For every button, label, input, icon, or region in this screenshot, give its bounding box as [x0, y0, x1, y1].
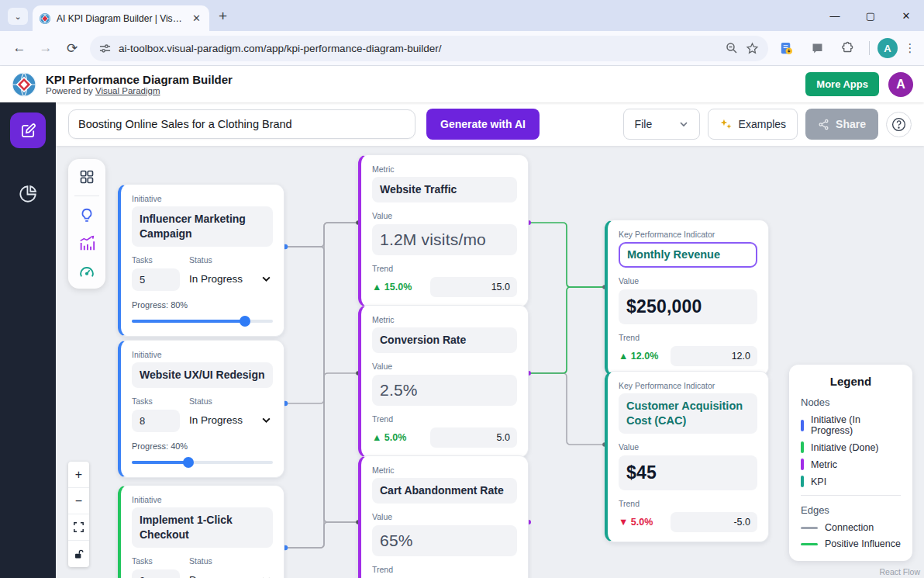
- sidebar-edit-tool-button[interactable]: [10, 112, 46, 148]
- progress-label: Progress: 40%: [132, 441, 273, 451]
- url-text[interactable]: ai-toolbox.visual-paradigm.com/app/kpi-p…: [119, 43, 718, 54]
- slider-thumb[interactable]: [240, 316, 250, 327]
- reload-icon[interactable]: ⟳: [60, 36, 84, 60]
- node-title-input[interactable]: Implement 1-Click Checkout: [132, 507, 273, 548]
- value-input[interactable]: 2.5%: [372, 375, 517, 406]
- initiative-node-influencer-marketing[interactable]: Initiative Influencer Marketing Campaign…: [118, 184, 284, 337]
- kpi-node-monthly-revenue[interactable]: Key Performance Indicator Monthly Revenu…: [605, 220, 769, 376]
- metric-node-cart-abandonment[interactable]: Metric Cart Abandonment Rate Value 65% T…: [358, 455, 529, 578]
- initiative-bulb-icon[interactable]: [78, 207, 95, 224]
- feedback-icon[interactable]: [805, 36, 829, 60]
- tasks-label: Tasks: [132, 255, 180, 265]
- slider-thumb[interactable]: [183, 457, 194, 468]
- legend-nodes-heading: Nodes: [801, 396, 901, 408]
- trend-badge: ▼ 5.0%: [619, 517, 653, 528]
- trend-label: Trend: [619, 333, 757, 342]
- initiative-node-one-click-checkout[interactable]: Initiative Implement 1-Click Checkout Ta…: [118, 485, 284, 578]
- lock-toggle-button[interactable]: [68, 541, 89, 567]
- tab-search-chevron-icon[interactable]: ⌄: [8, 8, 28, 25]
- edit-pencil-icon: [19, 122, 37, 140]
- browser-window: ⌄ AI KPI Diagram Builder | Visualiz ✕ + …: [0, 0, 924, 578]
- legend-title: Legend: [801, 375, 901, 388]
- back-icon[interactable]: ←: [8, 36, 31, 60]
- node-type-label: Initiative: [132, 350, 273, 359]
- metric-node-conversion-rate[interactable]: Metric Conversion Rate Value 2.5% Trend …: [358, 305, 529, 458]
- zoom-out-icon[interactable]: [726, 42, 738, 54]
- trend-badge: ▲ 15.0%: [372, 282, 412, 292]
- value-input[interactable]: $250,000: [619, 289, 757, 324]
- status-select[interactable]: Done: [189, 569, 273, 578]
- react-flow-attribution[interactable]: React Flow: [879, 567, 920, 576]
- site-settings-icon[interactable]: [99, 43, 111, 54]
- legend-panel: Legend Nodes Initiative (In Progress) In…: [789, 365, 912, 561]
- trend-value-input[interactable]: -5.0: [671, 512, 757, 532]
- new-tab-button[interactable]: +: [219, 8, 227, 25]
- tasks-input[interactable]: 8: [132, 410, 180, 432]
- address-bar[interactable]: ai-toolbox.visual-paradigm.com/app/kpi-p…: [90, 36, 768, 61]
- generate-with-ai-button[interactable]: Generate with AI: [426, 109, 540, 140]
- fit-view-button[interactable]: [68, 514, 89, 541]
- zoom-in-button[interactable]: +: [68, 462, 89, 488]
- status-select[interactable]: In Progress: [189, 268, 273, 285]
- progress-slider[interactable]: [132, 316, 273, 327]
- trend-value-input[interactable]: 15.0: [430, 277, 517, 297]
- status-label: Status: [189, 396, 273, 406]
- extensions-icon[interactable]: [836, 36, 860, 60]
- unlock-icon: [74, 549, 84, 559]
- tasks-label: Tasks: [132, 556, 180, 566]
- node-title-input[interactable]: Influencer Marketing Campaign: [132, 206, 273, 247]
- share-button[interactable]: Share: [805, 109, 878, 140]
- value-label: Value: [372, 211, 517, 220]
- trend-value-input[interactable]: 12.0: [671, 346, 757, 366]
- user-avatar[interactable]: A: [888, 72, 913, 97]
- node-title-input[interactable]: Cart Abandonment Rate: [372, 478, 517, 504]
- value-label: Value: [619, 276, 757, 286]
- browser-menu-icon[interactable]: ⋮: [902, 41, 918, 55]
- node-title-input[interactable]: Conversion Rate: [372, 327, 517, 353]
- visual-paradigm-link[interactable]: Visual Paradigm: [95, 86, 160, 95]
- layout-grid-icon[interactable]: [79, 169, 95, 185]
- window-close-icon[interactable]: ✕: [888, 10, 924, 22]
- progress-slider[interactable]: [132, 457, 273, 468]
- prompt-input[interactable]: [68, 109, 415, 139]
- node-title-input-focused[interactable]: Monthly Revenue: [619, 242, 757, 268]
- more-apps-button[interactable]: More Apps: [805, 72, 879, 96]
- help-button[interactable]: [886, 112, 912, 137]
- value-input[interactable]: $45: [619, 455, 757, 490]
- window-maximize-icon[interactable]: ▢: [853, 10, 888, 22]
- initiative-node-ux-redesign[interactable]: Initiative Website UX/UI Redesign Tasks …: [118, 340, 284, 478]
- reading-list-icon[interactable]: [774, 36, 798, 60]
- file-menu-button[interactable]: File: [623, 109, 700, 140]
- kpi-node-cac[interactable]: Key Performance Indicator Customer Acqui…: [605, 371, 769, 542]
- node-title-input[interactable]: Website Traffic: [372, 177, 517, 202]
- status-label: Status: [189, 255, 273, 265]
- browser-tab[interactable]: AI KPI Diagram Builder | Visualiz ✕: [33, 5, 209, 31]
- kpi-gauge-icon[interactable]: [78, 263, 95, 280]
- trend-label: Trend: [372, 414, 517, 424]
- tasks-input[interactable]: 3: [132, 569, 180, 578]
- tab-close-icon[interactable]: ✕: [190, 12, 203, 24]
- metric-chart-icon[interactable]: [78, 235, 95, 252]
- trend-value-input[interactable]: 5.0: [430, 427, 517, 448]
- forward-icon: →: [34, 36, 57, 60]
- window-minimize-icon[interactable]: —: [817, 10, 853, 22]
- browser-profile-avatar[interactable]: A: [877, 38, 898, 58]
- node-title-input[interactable]: Website UX/UI Redesign: [132, 362, 273, 388]
- bookmark-star-icon[interactable]: [746, 42, 759, 55]
- sidebar-chart-tool-button[interactable]: [18, 184, 38, 204]
- examples-button[interactable]: Examples: [708, 109, 798, 140]
- chevron-down-icon: [261, 575, 271, 578]
- app-sidebar: [0, 102, 56, 578]
- metric-node-website-traffic[interactable]: Metric Website Traffic Value 1.2M visits…: [358, 154, 529, 307]
- node-title-input[interactable]: Customer Acquisition Cost (CAC): [619, 393, 757, 434]
- value-input[interactable]: 1.2M visits/mo: [372, 224, 517, 255]
- value-input[interactable]: 65%: [372, 525, 517, 556]
- node-palette: [68, 159, 105, 289]
- diagram-canvas[interactable]: Initiative Influencer Marketing Campaign…: [56, 146, 924, 578]
- app-title: KPI Performance Diagram Builder: [46, 73, 233, 86]
- trend-label: Trend: [619, 499, 757, 508]
- zoom-out-button[interactable]: −: [68, 488, 89, 514]
- legend-item: KPI: [801, 476, 901, 487]
- tasks-input[interactable]: 5: [132, 268, 180, 291]
- status-select[interactable]: In Progress: [189, 410, 273, 426]
